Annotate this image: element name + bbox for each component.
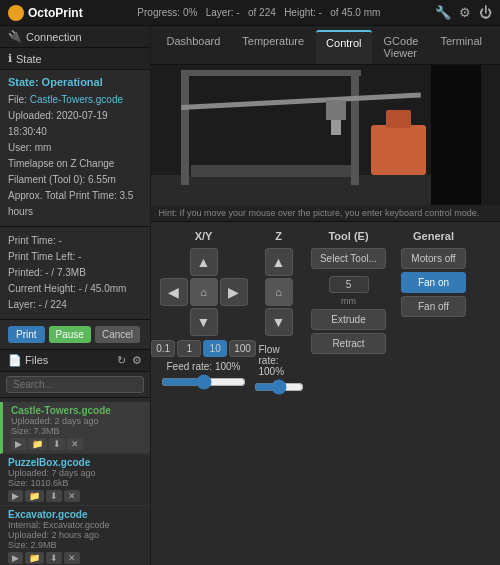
file-name-puzzelbox: PuzzelBox.gcode <box>8 457 142 468</box>
xy-empty-tr <box>220 248 248 276</box>
file-load-btn-puzzelbox[interactable]: ▶ <box>8 490 23 502</box>
flow-rate-slider[interactable] <box>254 379 304 395</box>
file-folder-btn-excavator[interactable]: 📁 <box>25 552 44 564</box>
state-header: ℹ State <box>0 48 150 70</box>
x-minus-button[interactable]: ◀ <box>160 278 188 306</box>
flow-rate-label: Flow rate: 100% <box>259 344 299 377</box>
y-minus-button[interactable]: ▼ <box>190 308 218 336</box>
retract-button[interactable]: Retract <box>311 333 386 354</box>
svg-rect-6 <box>326 100 346 120</box>
files-label: 📄 Files <box>8 354 48 367</box>
file-item-excavator[interactable]: Excavator.gcode Internal: Excavator.gcod… <box>0 506 150 565</box>
file-delete-btn-castle[interactable]: ✕ <box>67 438 83 450</box>
step-10-button[interactable]: 10 <box>203 340 227 357</box>
tab-bar: Dashboard Temperature Control GCode View… <box>151 26 501 65</box>
files-header-icons: ↻ ⚙ <box>117 354 142 367</box>
time-left: Print Time Left: - <box>8 249 142 265</box>
z-minus-button[interactable]: ▼ <box>265 308 293 336</box>
settings-icon[interactable]: ⚙ <box>459 5 471 20</box>
octoprint-logo-icon <box>8 5 24 21</box>
top-bar: OctoPrint Progress: 0% Layer: - of 224 H… <box>0 0 500 26</box>
svg-rect-2 <box>181 70 189 185</box>
tab-terminal[interactable]: Terminal <box>430 30 492 64</box>
file-meta-excavator-2: Uploaded: 2 hours ago <box>8 530 142 540</box>
xy-home-button[interactable]: ⌂ <box>190 278 218 306</box>
refresh-icon[interactable]: ↻ <box>117 354 126 367</box>
of-height-text: of 45.0 mm <box>330 7 380 18</box>
z-plus-button[interactable]: ▲ <box>265 248 293 276</box>
general-control-group: General Motors off Fan on Fan off <box>399 230 469 557</box>
approx-time-info: Approx. Total Print Time: 3.5 hours <box>8 188 142 220</box>
uploaded-info: Uploaded: 2020-07-19 18:30:40 <box>8 108 142 140</box>
wrench-icon[interactable]: 🔧 <box>435 5 451 20</box>
file-actions-castle: ▶ 📁 ⬇ ✕ <box>11 438 142 450</box>
file-name-castle: Castle-Towers.gcode <box>11 405 142 416</box>
tab-temperature[interactable]: Temperature <box>232 30 314 64</box>
x-plus-button[interactable]: ▶ <box>220 278 248 306</box>
file-delete-btn-excavator[interactable]: ✕ <box>64 552 80 564</box>
info-icon: ℹ <box>8 52 12 65</box>
fan-off-button[interactable]: Fan off <box>401 296 466 317</box>
xy-control-group: X/Y ▲ ◀ ⌂ ▶ ▼ 0.1 1 10 100 <box>159 230 249 557</box>
feed-rate-slider[interactable] <box>161 374 246 390</box>
step-0.1-button[interactable]: 0.1 <box>151 340 175 357</box>
file-download-btn-castle[interactable]: ⬇ <box>49 438 65 450</box>
file-folder-btn-puzzelbox[interactable]: 📁 <box>25 490 44 502</box>
flow-rate-row: Flow rate: 100% <box>259 344 299 377</box>
connection-header: 🔌 Connection <box>0 26 150 48</box>
app-title: OctoPrint <box>28 6 83 20</box>
svg-rect-8 <box>191 165 351 177</box>
file-value: Castle-Towers.gcode <box>30 94 123 105</box>
connection-label: Connection <box>26 31 82 43</box>
svg-rect-11 <box>431 65 481 205</box>
select-tool-button[interactable]: Select Tool... <box>311 248 386 269</box>
tab-dashboard[interactable]: Dashboard <box>157 30 231 64</box>
search-box <box>0 372 150 398</box>
file-load-btn-castle[interactable]: ▶ <box>11 438 26 450</box>
state-info: File: Castle-Towers.gcode Uploaded: 2020… <box>8 92 142 220</box>
print-progress-info: Progress: 0% Layer: - of 224 Height: - o… <box>83 7 435 18</box>
file-item-castle[interactable]: Castle-Towers.gcode Uploaded: 2 days ago… <box>0 402 150 454</box>
file-download-btn-puzzelbox[interactable]: ⬇ <box>46 490 62 502</box>
file-label: File: <box>8 94 30 105</box>
printed-info: Printed: - / 7.3MB <box>8 265 142 281</box>
file-item-puzzelbox[interactable]: PuzzelBox.gcode Uploaded: 7 days ago Siz… <box>0 454 150 506</box>
step-100-button[interactable]: 100 <box>229 340 256 357</box>
extrude-button[interactable]: Extrude <box>311 309 386 330</box>
file-delete-btn-puzzelbox[interactable]: ✕ <box>64 490 80 502</box>
step-1-button[interactable]: 1 <box>177 340 201 357</box>
config-icon[interactable]: ⚙ <box>132 354 142 367</box>
svg-rect-7 <box>331 120 341 135</box>
z-label: Z <box>275 230 282 242</box>
print-time: Print Time: - <box>8 233 142 249</box>
files-icon: 📄 <box>8 354 22 366</box>
print-button[interactable]: Print <box>8 326 45 343</box>
tab-control[interactable]: Control <box>316 30 371 64</box>
motors-off-button[interactable]: Motors off <box>401 248 466 269</box>
cancel-button[interactable]: Cancel <box>95 326 140 343</box>
file-actions-puzzelbox: ▶ 📁 ⬇ ✕ <box>8 490 142 502</box>
print-buttons: Print Pause Cancel <box>0 320 150 350</box>
svg-rect-4 <box>181 70 361 76</box>
svg-rect-10 <box>386 110 411 128</box>
mm-input[interactable] <box>329 276 369 293</box>
file-folder-btn-castle[interactable]: 📁 <box>28 438 47 450</box>
fan-on-button[interactable]: Fan on <box>401 272 466 293</box>
height-text: Height: - <box>284 7 322 18</box>
pause-button[interactable]: Pause <box>49 326 91 343</box>
files-section: 📄 Files ↻ ⚙ Castle-Towers.gcode Uploaded… <box>0 350 150 565</box>
current-height-info: Current Height: - / 45.0mm <box>8 281 142 297</box>
file-meta-excavator-3: Size: 2.9MB <box>8 540 142 550</box>
y-plus-button[interactable]: ▲ <box>190 248 218 276</box>
file-download-btn-excavator[interactable]: ⬇ <box>46 552 62 564</box>
tab-gcode-viewer[interactable]: GCode Viewer <box>374 30 429 64</box>
xy-step-row: 0.1 1 10 100 <box>151 340 256 357</box>
layer-text: Layer: - <box>206 7 240 18</box>
file-load-btn-excavator[interactable]: ▶ <box>8 552 23 564</box>
tool-label: Tool (E) <box>328 230 368 242</box>
files-header: 📄 Files ↻ ⚙ <box>0 350 150 372</box>
z-home-button[interactable]: ⌂ <box>265 278 293 306</box>
state-section: State: Operational File: Castle-Towers.g… <box>0 70 150 227</box>
search-input[interactable] <box>6 376 144 393</box>
power-icon[interactable]: ⏻ <box>479 5 492 20</box>
